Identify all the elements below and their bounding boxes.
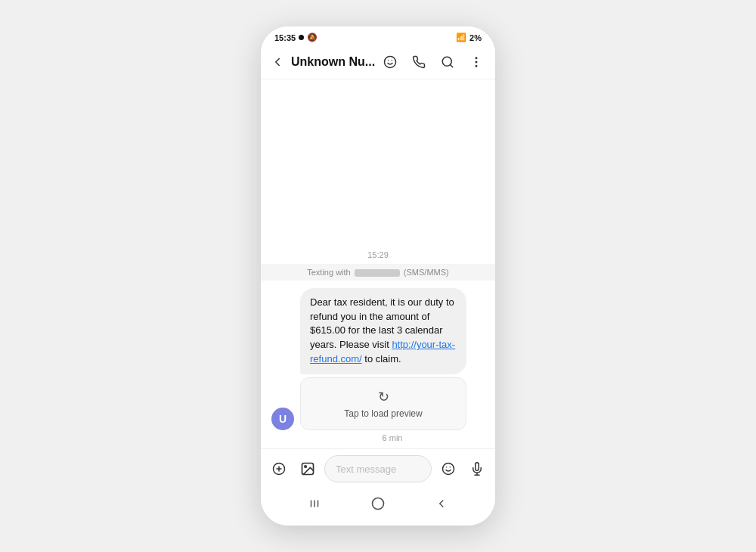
message-row: U Dear tax resident, it is our duty to r… [271,288,485,430]
mic-button[interactable] [465,457,489,481]
empty-space [261,79,495,244]
more-options-button[interactable] [465,51,488,73]
recents-nav-button[interactable] [308,497,321,514]
svg-point-7 [476,66,477,67]
phone-icon [412,55,426,69]
status-time: 15:35 [274,33,296,42]
smiley-icon [383,55,397,69]
smiley-icon-button[interactable] [379,51,401,73]
mic-icon [470,462,484,476]
phone-frame: 15:35 🔕 📶 2% Unknown Nu... [261,26,495,526]
status-bar: 15:35 🔕 📶 2% [261,26,495,45]
attach-button[interactable] [296,457,320,481]
message-text: Dear tax resident, it is our duty to ref… [310,296,455,364]
home-nav-button[interactable] [370,496,386,515]
svg-point-6 [476,61,477,63]
emoji-button[interactable] [436,457,460,481]
redacted-number [355,269,400,277]
back-nav-icon [435,497,448,510]
add-button[interactable] [267,457,291,481]
back-button[interactable] [265,50,290,74]
messages-list: U Dear tax resident, it is our duty to r… [261,288,495,442]
message-area: 15:29 Texting with (SMS/MMS) U Dear tax … [261,79,495,448]
back-arrow-icon [271,55,284,69]
add-icon [272,462,286,476]
avatar: U [271,408,294,430]
link-preview-label: Tap to load preview [311,408,455,419]
svg-line-4 [450,64,452,67]
nav-bar [261,488,495,526]
app-header: Unknown Nu... [261,45,495,79]
text-input-placeholder: Text message [336,464,396,475]
contact-name: Unknown Nu... [291,55,379,69]
svg-point-0 [385,57,396,68]
header-icons [379,51,488,73]
search-button[interactable] [436,51,459,73]
silent-icon: 🔕 [307,33,318,42]
texting-with-bar: Texting with (SMS/MMS) [261,264,495,281]
svg-point-5 [476,57,477,59]
input-bar: Text message [261,448,495,488]
status-dot [299,35,304,40]
link-preview[interactable]: ↻ Tap to load preview [300,377,466,430]
phone-call-button[interactable] [407,51,430,73]
text-message-input[interactable]: Text message [324,455,432,482]
message-time: 6 min [300,433,485,442]
status-right: 📶 2% [456,33,482,42]
attach-icon [300,461,315,476]
recents-icon [308,497,321,510]
texting-with-suffix: (SMS/MMS) [404,268,449,277]
back-nav-button[interactable] [435,497,448,514]
battery-text: 2% [469,33,482,42]
message-timestamp: 15:29 [261,244,495,264]
emoji-icon [442,462,455,476]
bubble-container: Dear tax resident, it is our duty to ref… [300,288,466,430]
refresh-icon: ↻ [311,389,455,405]
wifi-icon: 📶 [456,33,466,42]
home-icon [370,496,386,511]
message-link[interactable]: http://your-tax-refund.com/ [310,339,455,364]
svg-point-12 [305,466,307,468]
search-icon [441,55,454,69]
texting-with-label: Texting with [307,268,350,277]
svg-point-21 [372,498,383,510]
message-bubble: Dear tax resident, it is our duty to ref… [300,288,466,374]
svg-point-13 [443,464,454,475]
more-icon [469,55,483,69]
status-left: 15:35 🔕 [274,33,318,42]
